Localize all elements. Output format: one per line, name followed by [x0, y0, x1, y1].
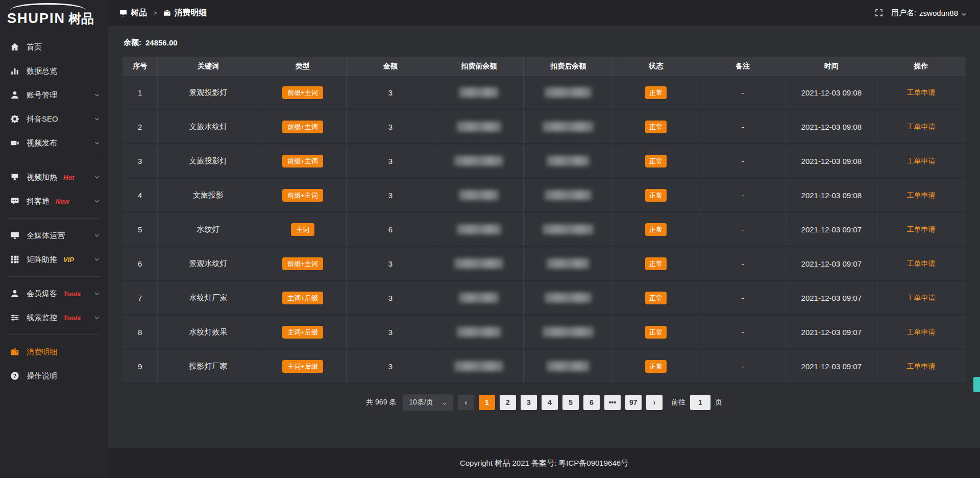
logo-text-cn: 树品 — [68, 10, 94, 27]
cell-status: 正常 — [613, 145, 699, 179]
cell-amount: 6 — [347, 213, 434, 247]
cell-action: 工单申请 — [876, 76, 966, 110]
chat-widget-tab[interactable] — [973, 377, 980, 392]
breadcrumb-separator: > — [152, 9, 158, 17]
table-row: 6 景观水纹灯 前缀+主词 3 正常 - 2021-12-03 09:07 工单… — [122, 247, 966, 281]
page-buttons: 123456•••97 — [479, 395, 642, 410]
type-badge: 主词+后缀 — [282, 360, 323, 373]
cell-post-balance — [524, 179, 613, 213]
cell-action: 工单申请 — [876, 179, 966, 213]
cell-post-balance — [524, 110, 613, 145]
sidebar-item-tag: Hot — [63, 174, 75, 181]
cell-type: 前缀+主词 — [259, 76, 347, 110]
column-header: 类型 — [259, 57, 347, 76]
main-column: 树品 > 消费明细 用户名: zswodun88 余额: — [108, 0, 980, 478]
work-order-link[interactable]: 工单申请 — [906, 191, 935, 199]
cell-index: 1 — [122, 76, 158, 110]
cell-action: 工单申请 — [876, 213, 966, 247]
cell-action: 工单申请 — [876, 350, 966, 384]
cell-keyword: 水纹灯厂家 — [158, 281, 259, 316]
balance-label: 余额: — [124, 38, 141, 47]
breadcrumb-app[interactable]: 树品 — [119, 8, 147, 18]
prev-page-button[interactable]: ‹ — [458, 395, 474, 410]
masked-pre-balance — [459, 87, 499, 98]
cell-pre-balance — [434, 110, 524, 145]
menu-divider — [8, 160, 100, 160]
breadcrumb-page[interactable]: 消费明细 — [163, 8, 207, 18]
dashboard-icon — [119, 9, 127, 17]
page-button-3[interactable]: 3 — [521, 395, 537, 410]
sidebar-item-video[interactable]: 视频发布 — [0, 132, 108, 154]
work-order-link[interactable]: 工单申请 — [906, 123, 935, 131]
page-button-97[interactable]: 97 — [625, 395, 642, 410]
cell-amount: 3 — [347, 110, 434, 145]
chevron-down-icon — [94, 315, 100, 321]
masked-pre-balance — [457, 122, 501, 132]
work-order-link[interactable]: 工单申请 — [906, 259, 935, 268]
masked-post-balance — [545, 87, 592, 98]
sidebar-item-screen[interactable]: 视频加热 Hot — [0, 166, 108, 188]
sidebar-item-label: 视频加热 — [27, 173, 57, 182]
masked-pre-balance — [459, 293, 499, 303]
cell-pre-balance — [434, 281, 524, 316]
sidebar-item-member[interactable]: 会员爆客 Tools — [0, 282, 108, 305]
cell-pre-balance — [434, 350, 524, 384]
chevron-down-icon — [94, 256, 100, 262]
page-button-1[interactable]: 1 — [479, 395, 495, 410]
content: 余额: 24856.00 序号关键词类型金额扣费前余额扣费后余额状态备注时间操作… — [108, 26, 980, 448]
column-header: 扣费后余额 — [524, 57, 613, 76]
user-menu[interactable]: 用户名: zswodun88 — [891, 8, 967, 18]
cell-post-balance — [524, 213, 613, 247]
page-button-6[interactable]: 6 — [583, 395, 600, 410]
breadcrumb: 树品 > 消费明细 — [119, 8, 207, 18]
work-order-link[interactable]: 工单申请 — [906, 328, 935, 336]
masked-post-balance — [547, 361, 590, 371]
chat-icon — [10, 197, 19, 206]
more-pages-button[interactable]: ••• — [604, 395, 621, 410]
page-button-2[interactable]: 2 — [500, 395, 516, 410]
work-order-link[interactable]: 工单申请 — [906, 157, 935, 165]
sidebar-item-home[interactable]: 首页 — [0, 36, 108, 58]
next-page-button[interactable]: › — [646, 395, 663, 410]
status-badge: 正常 — [645, 86, 667, 99]
table-row: 4 文旅投影 前缀+主词 3 正常 - 2021-12-03 09:08 工单申… — [122, 179, 966, 213]
sidebar-item-gear[interactable]: 抖音SEO — [0, 108, 108, 130]
sliders-icon — [10, 313, 19, 322]
page-button-4[interactable]: 4 — [542, 395, 558, 410]
sidebar-item-label: 操作说明 — [27, 371, 57, 381]
work-order-link[interactable]: 工单申请 — [906, 362, 935, 370]
sidebar-item-sliders[interactable]: 线索监控 Tools — [0, 306, 108, 329]
masked-pre-balance — [454, 258, 503, 269]
work-order-link[interactable]: 工单申请 — [906, 294, 935, 302]
goto-page-input[interactable] — [690, 395, 710, 410]
brand-logo[interactable]: SHUPIN 树品 — [0, 0, 108, 29]
cell-amount: 3 — [347, 281, 434, 316]
chart-icon — [10, 66, 19, 76]
cell-keyword: 水纹灯效果 — [158, 316, 259, 350]
svg-text:?: ? — [13, 373, 17, 379]
sidebar-item-label: 全媒体运营 — [27, 231, 65, 241]
page-button-5[interactable]: 5 — [562, 395, 579, 410]
masked-post-balance — [543, 327, 594, 337]
fullscreen-icon[interactable] — [875, 9, 883, 17]
sidebar-item-chat[interactable]: 抖客通 New — [0, 190, 108, 212]
cell-amount: 3 — [347, 179, 434, 213]
cell-action: 工单申请 — [876, 110, 966, 145]
sidebar-item-grid[interactable]: 矩阵助推 VIP — [0, 248, 108, 271]
cell-index: 9 — [122, 350, 158, 384]
cell-status: 正常 — [613, 316, 699, 350]
sidebar-item-label: 视频发布 — [27, 138, 57, 148]
work-order-link[interactable]: 工单申请 — [906, 88, 935, 97]
work-order-link[interactable]: 工单申请 — [906, 225, 935, 233]
masked-post-balance — [543, 224, 594, 234]
page-size-select[interactable]: 10条/页 — [403, 394, 453, 411]
sidebar-item-user[interactable]: 账号管理 — [0, 84, 108, 106]
sidebar-item-monitor[interactable]: 全媒体运营 — [0, 224, 108, 247]
sidebar-item-tag: Tools — [63, 314, 81, 322]
status-badge: 正常 — [645, 155, 667, 168]
cell-remark: - — [699, 350, 787, 384]
sidebar-item-question[interactable]: ? 操作说明 — [0, 365, 108, 387]
sidebar-item-chart[interactable]: 数据总览 — [0, 60, 108, 82]
sidebar-item-label: 数据总览 — [27, 66, 57, 76]
sidebar-item-wallet[interactable]: 消费明细 — [0, 341, 108, 363]
